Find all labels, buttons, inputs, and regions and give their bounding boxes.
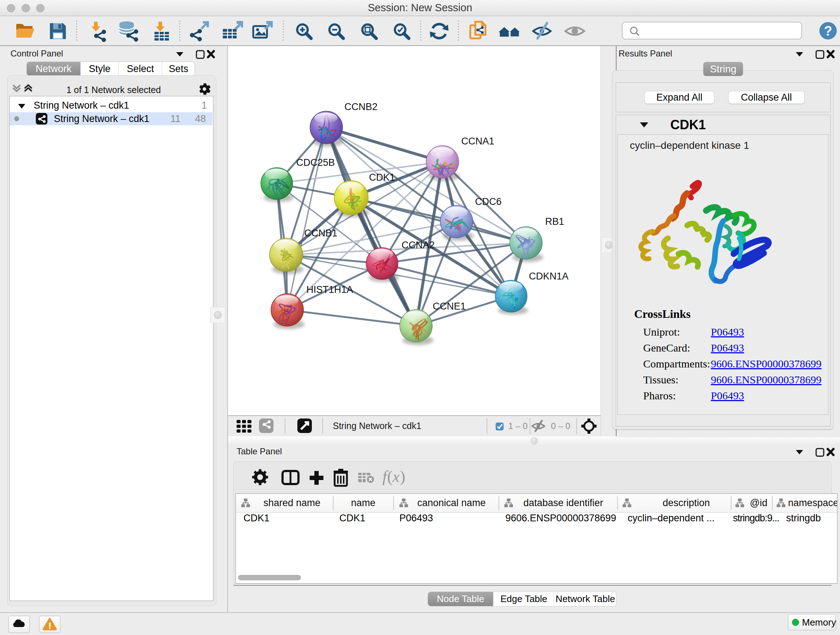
svg-text:CDKN1A: CDKN1A <box>529 271 569 282</box>
svg-text:1 – 0: 1 – 0 <box>508 421 527 431</box>
svg-text:shared name: shared name <box>264 497 321 508</box>
svg-text:database identifier: database identifier <box>523 497 603 508</box>
svg-text:HIST1H1A: HIST1H1A <box>306 284 353 295</box>
svg-text:CCNE1: CCNE1 <box>433 301 466 312</box>
svg-text:CCNA1: CCNA1 <box>461 136 494 147</box>
svg-text:CCNB2: CCNB2 <box>344 101 378 112</box>
svg-text:RB1: RB1 <box>545 216 564 227</box>
svg-text:CDK1: CDK1 <box>369 172 395 183</box>
svg-text:CCNB1: CCNB1 <box>304 228 338 239</box>
svg-text:String Network – cdk1: String Network – cdk1 <box>333 421 422 431</box>
svg-text:CDC6: CDC6 <box>475 196 502 207</box>
svg-text:CCNA2: CCNA2 <box>401 240 435 250</box>
svg-text:@id: @id <box>750 497 767 508</box>
svg-text:description: description <box>663 497 710 508</box>
svg-text:name: name <box>351 497 376 508</box>
svg-text:canonical name: canonical name <box>417 497 485 508</box>
svg-text:CDC25B: CDC25B <box>296 157 335 168</box>
svg-text:0 – 0: 0 – 0 <box>551 421 570 431</box>
svg-text:?: ? <box>824 24 832 38</box>
svg-text:namespace: namespace <box>788 497 837 508</box>
svg-text:f(x): f(x) <box>382 468 405 486</box>
